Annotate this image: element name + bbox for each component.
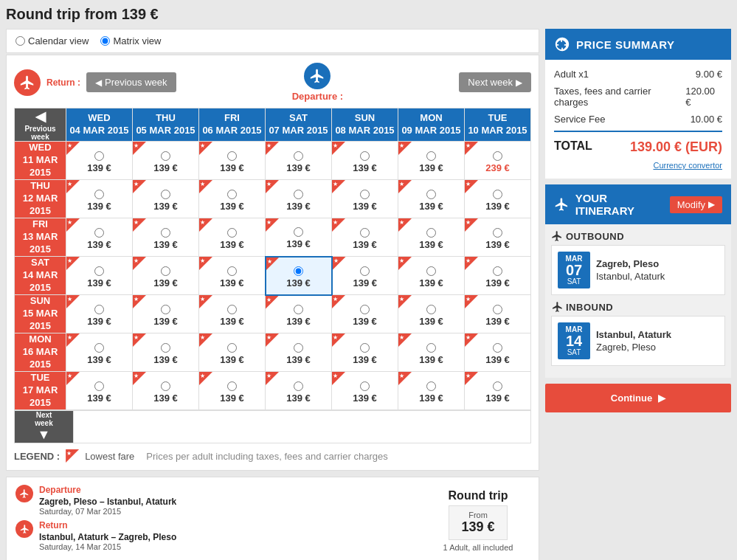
calendar-view-radio[interactable] bbox=[15, 36, 25, 46]
price-cell-r6-c4[interactable]: ★ 139 € bbox=[332, 372, 398, 410]
price-cell-r3-c3[interactable]: ★ 139 € bbox=[266, 257, 332, 295]
price-cell-r4-c6[interactable]: ★ 139 € bbox=[465, 295, 531, 333]
calendar-view-option[interactable]: Calendar view bbox=[15, 35, 89, 46]
price-radio-5-1[interactable] bbox=[161, 343, 170, 353]
price-cell-r1-c2[interactable]: ★ 139 € bbox=[199, 180, 266, 218]
price-radio-1-0[interactable] bbox=[94, 190, 104, 199]
price-radio-1-1[interactable] bbox=[161, 190, 170, 199]
price-cell-r1-c6[interactable]: ★ 139 € bbox=[465, 180, 531, 218]
price-cell-r0-c0[interactable]: ★ 139 € bbox=[66, 142, 133, 180]
price-radio-5-5[interactable] bbox=[426, 343, 436, 353]
price-radio-2-3[interactable] bbox=[294, 227, 303, 237]
price-cell-r6-c6[interactable]: ★ 139 € bbox=[465, 372, 531, 410]
price-radio-4-4[interactable] bbox=[360, 305, 370, 314]
price-cell-r5-c6[interactable]: ★ 139 € bbox=[465, 333, 531, 372]
matrix-view-radio[interactable] bbox=[100, 36, 110, 46]
price-radio-2-0[interactable] bbox=[94, 228, 104, 238]
price-cell-r5-c4[interactable]: ★ 139 € bbox=[332, 333, 398, 372]
price-radio-5-3[interactable] bbox=[294, 343, 303, 353]
price-cell-r5-c1[interactable]: ★ 139 € bbox=[133, 333, 199, 372]
modify-button[interactable]: Modify ▶ bbox=[670, 196, 722, 213]
price-radio-3-1[interactable] bbox=[161, 266, 170, 276]
price-cell-r2-c1[interactable]: ★ 139 € bbox=[133, 218, 199, 257]
price-cell-r5-c5[interactable]: ★ 139 € bbox=[398, 333, 465, 372]
price-radio-2-6[interactable] bbox=[493, 228, 502, 238]
price-radio-0-6[interactable] bbox=[493, 151, 502, 161]
price-radio-1-3[interactable] bbox=[294, 190, 303, 199]
price-radio-6-3[interactable] bbox=[294, 381, 303, 391]
price-radio-6-0[interactable] bbox=[94, 381, 104, 391]
price-radio-0-3[interactable] bbox=[294, 151, 303, 161]
price-radio-5-2[interactable] bbox=[227, 343, 237, 353]
price-radio-0-2[interactable] bbox=[227, 151, 237, 161]
price-cell-r4-c3[interactable]: ★ 139 € bbox=[266, 295, 332, 333]
price-radio-3-6[interactable] bbox=[493, 266, 502, 276]
price-cell-r2-c0[interactable]: ★ 139 € bbox=[66, 218, 133, 257]
price-cell-r5-c3[interactable]: ★ 139 € bbox=[266, 333, 332, 372]
price-radio-0-1[interactable] bbox=[161, 151, 170, 161]
price-cell-r3-c0[interactable]: ★ 139 € bbox=[66, 257, 133, 295]
price-cell-r6-c1[interactable]: ★ 139 € bbox=[133, 372, 199, 410]
continue-button[interactable]: Continue ▶ bbox=[545, 384, 731, 412]
price-cell-r1-c4[interactable]: ★ 139 € bbox=[332, 180, 398, 218]
price-radio-3-0[interactable] bbox=[94, 266, 104, 276]
price-cell-r4-c2[interactable]: ★ 139 € bbox=[199, 295, 266, 333]
currency-convertor-link[interactable]: Currency convertor bbox=[554, 161, 722, 170]
price-cell-r6-c5[interactable]: ★ 139 € bbox=[398, 372, 465, 410]
price-radio-3-2[interactable] bbox=[227, 266, 237, 276]
price-radio-2-5[interactable] bbox=[426, 228, 436, 238]
price-radio-4-3[interactable] bbox=[294, 305, 303, 314]
price-cell-r4-c1[interactable]: ★ 139 € bbox=[133, 295, 199, 333]
price-cell-r1-c3[interactable]: ★ 139 € bbox=[266, 180, 332, 218]
prev-week-col-header[interactable]: ◀ Previousweek bbox=[15, 108, 66, 142]
price-cell-r0-c6[interactable]: ★ 239 € bbox=[465, 142, 531, 180]
price-cell-r4-c4[interactable]: ★ 139 € bbox=[332, 295, 398, 333]
price-radio-1-4[interactable] bbox=[360, 190, 370, 199]
price-cell-r3-c2[interactable]: ★ 139 € bbox=[199, 257, 266, 295]
price-radio-5-4[interactable] bbox=[360, 343, 370, 353]
price-radio-1-2[interactable] bbox=[227, 190, 237, 199]
price-cell-r3-c1[interactable]: ★ 139 € bbox=[133, 257, 199, 295]
price-cell-r2-c5[interactable]: ★ 139 € bbox=[398, 218, 465, 257]
price-radio-1-5[interactable] bbox=[426, 190, 436, 199]
price-radio-6-6[interactable] bbox=[493, 381, 502, 391]
price-cell-r2-c3[interactable]: ★ 139 € bbox=[266, 218, 332, 257]
price-cell-r0-c4[interactable]: ★ 139 € bbox=[332, 142, 398, 180]
price-cell-r0-c5[interactable]: ★ 139 € bbox=[398, 142, 465, 180]
price-cell-r3-c6[interactable]: ★ 139 € bbox=[465, 257, 531, 295]
price-cell-r5-c2[interactable]: ★ 139 € bbox=[199, 333, 266, 372]
price-cell-r6-c0[interactable]: ★ 139 € bbox=[66, 372, 133, 410]
price-radio-4-6[interactable] bbox=[493, 305, 502, 314]
price-radio-1-6[interactable] bbox=[493, 190, 502, 199]
price-cell-r2-c6[interactable]: ★ 139 € bbox=[465, 218, 531, 257]
price-cell-r6-c3[interactable]: ★ 139 € bbox=[266, 372, 332, 410]
price-radio-6-2[interactable] bbox=[227, 381, 237, 391]
price-cell-r1-c1[interactable]: ★ 139 € bbox=[133, 180, 199, 218]
price-radio-4-5[interactable] bbox=[426, 305, 436, 314]
price-radio-2-1[interactable] bbox=[161, 228, 170, 238]
price-radio-2-4[interactable] bbox=[360, 228, 370, 238]
price-radio-6-5[interactable] bbox=[426, 381, 436, 391]
price-cell-r2-c2[interactable]: ★ 139 € bbox=[199, 218, 266, 257]
price-radio-4-0[interactable] bbox=[94, 305, 104, 314]
price-cell-r0-c2[interactable]: ★ 139 € bbox=[199, 142, 266, 180]
next-week-button[interactable]: Next week ▶ bbox=[459, 72, 531, 92]
price-radio-6-4[interactable] bbox=[360, 381, 370, 391]
prev-week-button[interactable]: ◀ Previous week bbox=[86, 72, 176, 92]
matrix-view-option[interactable]: Matrix view bbox=[100, 35, 161, 46]
price-cell-r3-c4[interactable]: ★ 139 € bbox=[332, 257, 398, 295]
price-radio-5-0[interactable] bbox=[94, 343, 104, 353]
price-radio-3-4[interactable] bbox=[360, 266, 370, 276]
price-radio-3-5[interactable] bbox=[426, 266, 436, 276]
price-cell-r2-c4[interactable]: ★ 139 € bbox=[332, 218, 398, 257]
price-cell-r4-c5[interactable]: ★ 139 € bbox=[398, 295, 465, 333]
price-cell-r4-c0[interactable]: ★ 139 € bbox=[66, 295, 133, 333]
next-week-row-btn[interactable]: Nextweek ▼ bbox=[15, 411, 74, 443]
price-radio-4-1[interactable] bbox=[161, 305, 170, 314]
price-cell-r6-c2[interactable]: ★ 139 € bbox=[199, 372, 266, 410]
price-radio-2-2[interactable] bbox=[227, 228, 237, 238]
price-cell-r0-c1[interactable]: ★ 139 € bbox=[133, 142, 199, 180]
price-cell-r1-c5[interactable]: ★ 139 € bbox=[398, 180, 465, 218]
price-radio-0-5[interactable] bbox=[426, 151, 436, 161]
price-radio-4-2[interactable] bbox=[227, 305, 237, 314]
